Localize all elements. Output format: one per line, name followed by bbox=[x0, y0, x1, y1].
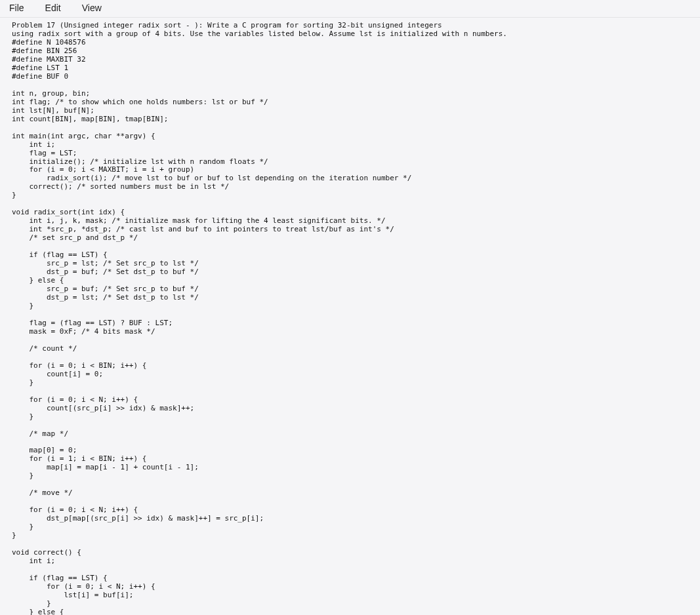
menu-file[interactable]: File bbox=[9, 3, 24, 13]
code-editor[interactable]: Problem 17 (Unsigned integer radix sort … bbox=[0, 18, 700, 615]
menu-bar: File Edit View bbox=[0, 0, 700, 18]
menu-edit[interactable]: Edit bbox=[45, 3, 61, 13]
menu-view[interactable]: View bbox=[82, 3, 102, 13]
